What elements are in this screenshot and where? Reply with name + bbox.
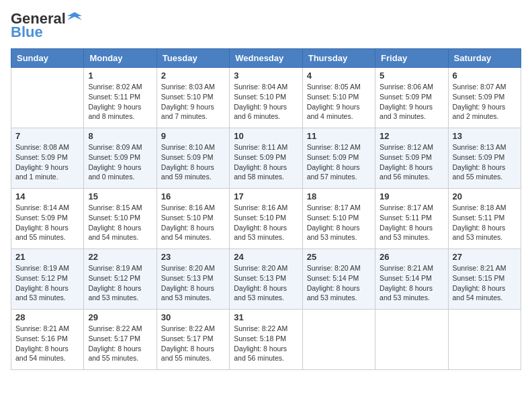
weekday-header: Sunday xyxy=(11,49,84,68)
calendar-day-cell: 31Sunrise: 8:22 AMSunset: 5:18 PMDayligh… xyxy=(230,310,302,370)
calendar-day-cell: 23Sunrise: 8:20 AMSunset: 5:13 PMDayligh… xyxy=(157,249,229,310)
weekday-header: Monday xyxy=(84,49,157,68)
day-info: Sunrise: 8:03 AMSunset: 5:10 PMDaylight:… xyxy=(161,82,225,122)
svg-marker-0 xyxy=(67,12,82,20)
day-info: Sunrise: 8:05 AMSunset: 5:10 PMDaylight:… xyxy=(307,82,371,122)
day-number: 23 xyxy=(161,252,225,262)
calendar-day-cell: 26Sunrise: 8:21 AMSunset: 5:14 PMDayligh… xyxy=(375,249,448,310)
calendar-empty-cell xyxy=(302,310,375,370)
day-number: 11 xyxy=(307,131,371,141)
day-number: 25 xyxy=(307,252,371,262)
day-number: 31 xyxy=(234,312,298,322)
calendar-day-cell: 17Sunrise: 8:16 AMSunset: 5:10 PMDayligh… xyxy=(230,189,302,249)
day-info: Sunrise: 8:12 AMSunset: 5:09 PMDaylight:… xyxy=(307,142,371,182)
calendar-day-cell: 4Sunrise: 8:05 AMSunset: 5:10 PMDaylight… xyxy=(302,68,375,128)
day-number: 14 xyxy=(15,191,79,201)
day-number: 4 xyxy=(307,71,371,81)
day-number: 7 xyxy=(15,131,79,141)
calendar-day-cell: 6Sunrise: 8:07 AMSunset: 5:09 PMDaylight… xyxy=(448,68,521,128)
calendar-day-cell: 15Sunrise: 8:15 AMSunset: 5:10 PMDayligh… xyxy=(84,189,157,249)
calendar-day-cell: 10Sunrise: 8:11 AMSunset: 5:09 PMDayligh… xyxy=(230,128,302,189)
weekday-header: Friday xyxy=(375,49,448,68)
day-number: 21 xyxy=(15,252,79,262)
day-info: Sunrise: 8:10 AMSunset: 5:09 PMDaylight:… xyxy=(161,142,225,182)
calendar-week-row: 1Sunrise: 8:02 AMSunset: 5:11 PMDaylight… xyxy=(11,68,521,128)
weekday-header: Wednesday xyxy=(230,49,302,68)
day-info: Sunrise: 8:13 AMSunset: 5:09 PMDaylight:… xyxy=(453,142,517,182)
day-info: Sunrise: 8:09 AMSunset: 5:09 PMDaylight:… xyxy=(88,142,152,182)
day-number: 19 xyxy=(380,191,443,201)
calendar-day-cell: 25Sunrise: 8:20 AMSunset: 5:14 PMDayligh… xyxy=(302,249,375,310)
logo-blue-text: Blue xyxy=(11,24,43,40)
day-number: 13 xyxy=(453,131,517,141)
day-info: Sunrise: 8:22 AMSunset: 5:17 PMDaylight:… xyxy=(88,324,152,363)
calendar-day-cell: 18Sunrise: 8:17 AMSunset: 5:10 PMDayligh… xyxy=(302,189,375,249)
day-number: 24 xyxy=(234,252,298,262)
weekday-header: Saturday xyxy=(448,49,521,68)
day-number: 6 xyxy=(453,71,517,81)
day-info: Sunrise: 8:19 AMSunset: 5:12 PMDaylight:… xyxy=(88,263,152,303)
day-info: Sunrise: 8:14 AMSunset: 5:09 PMDaylight:… xyxy=(15,203,79,242)
day-info: Sunrise: 8:17 AMSunset: 5:10 PMDaylight:… xyxy=(307,203,371,242)
calendar-day-cell: 19Sunrise: 8:17 AMSunset: 5:11 PMDayligh… xyxy=(375,189,448,249)
day-number: 20 xyxy=(453,191,517,201)
day-info: Sunrise: 8:20 AMSunset: 5:14 PMDaylight:… xyxy=(307,263,371,303)
day-info: Sunrise: 8:21 AMSunset: 5:15 PMDaylight:… xyxy=(453,263,517,303)
day-info: Sunrise: 8:20 AMSunset: 5:13 PMDaylight:… xyxy=(234,263,298,303)
page-header: General Blue xyxy=(11,11,521,40)
calendar-day-cell: 11Sunrise: 8:12 AMSunset: 5:09 PMDayligh… xyxy=(302,128,375,189)
calendar-day-cell: 30Sunrise: 8:22 AMSunset: 5:17 PMDayligh… xyxy=(157,310,229,370)
calendar-day-cell: 21Sunrise: 8:19 AMSunset: 5:12 PMDayligh… xyxy=(11,249,84,310)
day-info: Sunrise: 8:11 AMSunset: 5:09 PMDaylight:… xyxy=(234,142,298,182)
calendar-day-cell: 13Sunrise: 8:13 AMSunset: 5:09 PMDayligh… xyxy=(448,128,521,189)
day-number: 5 xyxy=(380,71,443,81)
day-number: 1 xyxy=(88,71,152,81)
calendar-empty-cell xyxy=(11,68,84,128)
day-info: Sunrise: 8:04 AMSunset: 5:10 PMDaylight:… xyxy=(234,82,298,122)
day-number: 8 xyxy=(88,131,152,141)
day-number: 26 xyxy=(380,252,443,262)
day-number: 18 xyxy=(307,191,371,201)
day-number: 15 xyxy=(88,191,152,201)
calendar-week-row: 7Sunrise: 8:08 AMSunset: 5:09 PMDaylight… xyxy=(11,128,521,189)
day-info: Sunrise: 8:21 AMSunset: 5:16 PMDaylight:… xyxy=(15,324,79,363)
day-number: 2 xyxy=(161,71,225,81)
calendar-empty-cell xyxy=(375,310,448,370)
calendar-day-cell: 1Sunrise: 8:02 AMSunset: 5:11 PMDaylight… xyxy=(84,68,157,128)
calendar-day-cell: 27Sunrise: 8:21 AMSunset: 5:15 PMDayligh… xyxy=(448,249,521,310)
calendar-day-cell: 9Sunrise: 8:10 AMSunset: 5:09 PMDaylight… xyxy=(157,128,229,189)
day-number: 17 xyxy=(234,191,298,201)
day-info: Sunrise: 8:16 AMSunset: 5:10 PMDaylight:… xyxy=(161,203,225,242)
calendar-day-cell: 3Sunrise: 8:04 AMSunset: 5:10 PMDaylight… xyxy=(230,68,302,128)
calendar-day-cell: 7Sunrise: 8:08 AMSunset: 5:09 PMDaylight… xyxy=(11,128,84,189)
day-info: Sunrise: 8:02 AMSunset: 5:11 PMDaylight:… xyxy=(88,82,152,122)
calendar-week-row: 28Sunrise: 8:21 AMSunset: 5:16 PMDayligh… xyxy=(11,310,521,370)
day-info: Sunrise: 8:22 AMSunset: 5:17 PMDaylight:… xyxy=(161,324,225,363)
calendar-day-cell: 5Sunrise: 8:06 AMSunset: 5:09 PMDaylight… xyxy=(375,68,448,128)
day-number: 29 xyxy=(88,312,152,322)
logo: General Blue xyxy=(11,11,82,40)
day-number: 27 xyxy=(453,252,517,262)
calendar-empty-cell xyxy=(448,310,521,370)
day-number: 30 xyxy=(161,312,225,322)
day-number: 9 xyxy=(161,131,225,141)
calendar-day-cell: 2Sunrise: 8:03 AMSunset: 5:10 PMDaylight… xyxy=(157,68,229,128)
calendar-day-cell: 12Sunrise: 8:12 AMSunset: 5:09 PMDayligh… xyxy=(375,128,448,189)
calendar-day-cell: 16Sunrise: 8:16 AMSunset: 5:10 PMDayligh… xyxy=(157,189,229,249)
weekday-header: Tuesday xyxy=(157,49,229,68)
day-info: Sunrise: 8:15 AMSunset: 5:10 PMDaylight:… xyxy=(88,203,152,242)
logo-bird-icon xyxy=(67,11,82,26)
calendar-week-row: 21Sunrise: 8:19 AMSunset: 5:12 PMDayligh… xyxy=(11,249,521,310)
day-number: 28 xyxy=(15,312,79,322)
calendar-day-cell: 24Sunrise: 8:20 AMSunset: 5:13 PMDayligh… xyxy=(230,249,302,310)
day-info: Sunrise: 8:22 AMSunset: 5:18 PMDaylight:… xyxy=(234,324,298,363)
day-info: Sunrise: 8:21 AMSunset: 5:14 PMDaylight:… xyxy=(380,263,443,303)
weekday-header: Thursday xyxy=(302,49,375,68)
day-number: 16 xyxy=(161,191,225,201)
calendar-day-cell: 8Sunrise: 8:09 AMSunset: 5:09 PMDaylight… xyxy=(84,128,157,189)
calendar-table: SundayMondayTuesdayWednesdayThursdayFrid… xyxy=(11,48,521,370)
calendar-day-cell: 29Sunrise: 8:22 AMSunset: 5:17 PMDayligh… xyxy=(84,310,157,370)
day-number: 10 xyxy=(234,131,298,141)
day-info: Sunrise: 8:17 AMSunset: 5:11 PMDaylight:… xyxy=(380,203,443,242)
day-number: 12 xyxy=(380,131,443,141)
